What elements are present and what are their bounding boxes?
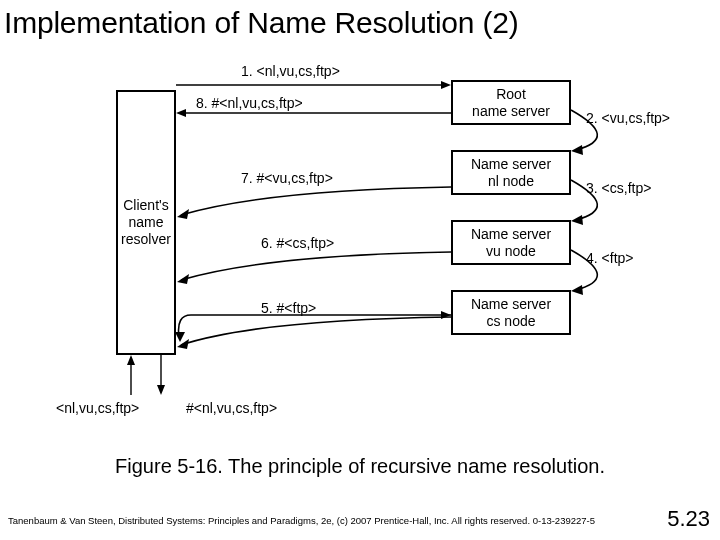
page-title: Implementation of Name Resolution (2) — [0, 0, 720, 40]
svg-marker-12 — [177, 209, 189, 219]
box-vu-label: Name server vu node — [471, 226, 551, 260]
footer-copyright: Tanenbaum & Van Steen, Distributed Syste… — [8, 515, 595, 526]
svg-marker-8 — [175, 332, 185, 342]
edge-1-label: 1. <nl,vu,cs,ftp> — [241, 63, 340, 79]
edge-5-label: 5. #<ftp> — [261, 300, 316, 316]
edge-6-label: 6. #<cs,ftp> — [261, 235, 334, 251]
edge-2-label: 2. <vu,cs,ftp> — [586, 110, 670, 126]
box-root-label: Root name server — [472, 86, 550, 120]
svg-marker-1 — [441, 81, 451, 89]
edge-7-label: 7. #<vu,cs,ftp> — [241, 170, 333, 186]
edge-3-label: 3. <cs,ftp> — [586, 180, 651, 196]
svg-marker-10 — [177, 339, 189, 349]
box-vu-server: Name server vu node — [451, 220, 571, 265]
svg-marker-3 — [176, 109, 186, 117]
box-nl-server: Name server nl node — [451, 150, 571, 195]
box-cs-server: Name server cs node — [451, 290, 571, 335]
box-root-server: Root name server — [451, 80, 571, 125]
svg-marker-16 — [157, 385, 165, 395]
svg-marker-5 — [571, 215, 583, 225]
figure-caption: Figure 5-16. The principle of recursive … — [0, 455, 720, 478]
svg-marker-4 — [571, 145, 583, 155]
svg-marker-7 — [441, 311, 451, 319]
box-cs-label: Name server cs node — [471, 296, 551, 330]
box-client-label: Client's name resolver — [121, 197, 171, 247]
page-number: 5.23 — [667, 506, 710, 532]
svg-marker-14 — [127, 355, 135, 365]
diagram: Client's name resolver Root name server … — [56, 55, 666, 435]
bottom-in-label: <nl,vu,cs,ftp> — [56, 400, 139, 416]
bottom-out-label: #<nl,vu,cs,ftp> — [186, 400, 277, 416]
svg-marker-11 — [177, 274, 189, 284]
edge-8-label: 8. #<nl,vu,cs,ftp> — [196, 95, 303, 111]
edge-4-label: 4. <ftp> — [586, 250, 633, 266]
box-nl-label: Name server nl node — [471, 156, 551, 190]
svg-marker-6 — [571, 285, 583, 295]
box-client-resolver: Client's name resolver — [116, 90, 176, 355]
